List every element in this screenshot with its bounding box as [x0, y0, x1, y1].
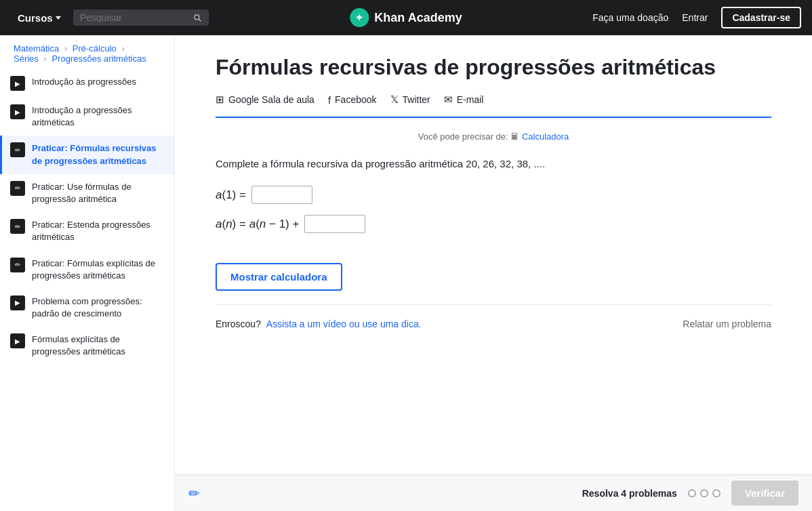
sidebar-label-1: Introdução a progressões aritméticas [32, 104, 166, 129]
hint-link[interactable]: Assista a um vídeo ou use uma dica. [266, 319, 422, 329]
share-bar: ⊞ Google Sala de aula f Facebook 𝕏 Twitt… [216, 94, 771, 118]
formula1: a(1) = [216, 186, 771, 204]
play-icon-1: ▶ [10, 104, 25, 119]
share-google-classroom[interactable]: ⊞ Google Sala de aula [216, 94, 314, 106]
pencil-icon-4: ✏ [10, 219, 25, 234]
pencil-icon-5: ✏ [10, 258, 25, 272]
share-facebook[interactable]: f Facebook [328, 94, 377, 106]
register-button[interactable]: Cadastrar-se [721, 7, 801, 28]
pencil-icon-3: ✏ [10, 181, 25, 196]
show-calculator-button[interactable]: Mostrar calculadora [216, 263, 342, 291]
sep1: › [64, 43, 67, 54]
breadcrumb-precalculo[interactable]: Pré-cálculo [73, 43, 117, 54]
sidebar: Matemática › Pré-cálculo › Séries › Prog… [0, 35, 175, 511]
sep2: › [121, 43, 124, 54]
search-icon [192, 12, 202, 23]
progress-dots [688, 489, 720, 497]
twitter-icon: 𝕏 [390, 94, 399, 106]
sidebar-label-4: Praticar: Estenda progressões aritmética… [32, 219, 166, 243]
sidebar-label-5: Praticar: Fórmulas explícitas de progres… [32, 258, 166, 282]
navbar: Cursos ✦ Khan Academy Faça uma doação En… [0, 0, 812, 35]
progress-dot-1 [700, 489, 708, 497]
progress-dot-0 [688, 489, 696, 497]
sidebar-label-6: Problema com progressões: padrão de cres… [32, 295, 166, 320]
exercise-area: Você pode precisar de: 🖩 Calculadora Com… [175, 118, 812, 343]
stuck-text: Enroscou? Assista a um vídeo ou use uma … [216, 319, 422, 329]
formula2-input[interactable] [304, 215, 365, 233]
search-bar[interactable] [73, 9, 209, 26]
share-twitter-label: Twitter [403, 94, 430, 105]
sidebar-label-0: Introdução às progressões [32, 76, 136, 88]
breadcrumb-matematica[interactable]: Matemática [14, 43, 59, 54]
chevron-down-icon [56, 16, 61, 20]
sidebar-item-4[interactable]: ✏ Praticar: Estenda progressões aritméti… [0, 212, 174, 250]
play-icon-0: ▶ [10, 76, 25, 91]
calc-hint-text: Você pode precisar de: [418, 131, 508, 142]
main-layout: Matemática › Pré-cálculo › Séries › Prog… [0, 35, 812, 511]
sidebar-item-2[interactable]: ✏ Praticar: Fórmulas recursivas de progr… [0, 136, 174, 173]
sidebar-label-3: Praticar: Use fórmulas de progressão ari… [32, 181, 166, 205]
login-link[interactable]: Entrar [682, 12, 708, 23]
nav-left: Cursos [11, 7, 209, 29]
content-header: Fórmulas recursivas de progressões aritm… [175, 35, 812, 118]
report-link[interactable]: Relatar um problema [683, 319, 771, 329]
ka-logo: ✦ [350, 8, 369, 27]
bottom-pencil-icon: ✏ [188, 485, 200, 502]
formula2-prefix: a(n) = a(n − 1) + [216, 218, 299, 231]
breadcrumb-series[interactable]: Séries [14, 54, 39, 64]
content-area: Fórmulas recursivas de progressões aritm… [175, 35, 812, 511]
nav-center: ✦ Khan Academy [350, 8, 462, 27]
sidebar-item-3[interactable]: ✏ Praticar: Use fórmulas de progressão a… [0, 174, 174, 212]
formula1-prefix: a(1) = [216, 188, 246, 202]
google-classroom-icon: ⊞ [216, 94, 224, 106]
problem-statement: Complete a fórmula recursiva da progress… [216, 158, 771, 169]
email-icon: ✉ [444, 94, 453, 106]
sidebar-label-2: Praticar: Fórmulas recursivas de progres… [32, 142, 166, 167]
courses-label: Cursos [18, 12, 53, 24]
play-icon-6: ▶ [10, 295, 25, 310]
formula2: a(n) = a(n − 1) + [216, 215, 771, 233]
breadcrumb-progressoes[interactable]: Progressões aritméticas [52, 54, 146, 64]
page-title: Fórmulas recursivas de progressões aritm… [216, 54, 771, 80]
calculator-hint: Você pode precisar de: 🖩 Calculadora [216, 131, 771, 142]
site-name: Khan Academy [374, 11, 462, 25]
calculator-link[interactable]: Calculadora [522, 131, 569, 142]
facebook-icon: f [328, 94, 331, 106]
sidebar-item-1[interactable]: ▶ Introdução a progressões aritméticas [0, 98, 174, 136]
help-row: Enroscou? Assista a um vídeo ou use uma … [216, 319, 771, 329]
courses-menu[interactable]: Cursos [11, 7, 68, 29]
share-twitter[interactable]: 𝕏 Twitter [390, 94, 430, 106]
bottom-bar: ✏ Resolva 4 problemas Verificar [175, 474, 812, 511]
sep3: › [43, 54, 46, 64]
progress-dot-2 [712, 489, 720, 497]
sidebar-item-6[interactable]: ▶ Problema com progressões: padrão de cr… [0, 289, 174, 327]
formula1-input[interactable] [251, 186, 312, 204]
divider [216, 304, 771, 305]
play-icon-7: ▶ [10, 333, 25, 348]
share-email-label: E-mail [457, 94, 484, 105]
sidebar-item-5[interactable]: ✏ Praticar: Fórmulas explícitas de progr… [0, 251, 174, 289]
share-google-label: Google Sala de aula [228, 94, 314, 105]
nav-right: Faça uma doação Entrar Cadastrar-se [592, 7, 801, 28]
ka-logo-icon: ✦ [355, 12, 363, 23]
search-input[interactable] [80, 12, 187, 23]
share-email[interactable]: ✉ E-mail [444, 94, 484, 106]
verify-button[interactable]: Verificar [731, 481, 798, 506]
breadcrumb: Matemática › Pré-cálculo › Séries › Prog… [0, 35, 174, 69]
sidebar-label-7: Fórmulas explícitas de progressões aritm… [32, 333, 166, 358]
sidebar-item-0[interactable]: ▶ Introdução às progressões [0, 69, 174, 98]
pencil-icon-2: ✏ [10, 142, 25, 157]
progress-label: Resolva 4 problemas [582, 488, 677, 499]
share-facebook-label: Facebook [335, 94, 376, 105]
donate-link[interactable]: Faça uma doação [592, 12, 668, 23]
sidebar-item-7[interactable]: ▶ Fórmulas explícitas de progressões ari… [0, 327, 174, 365]
